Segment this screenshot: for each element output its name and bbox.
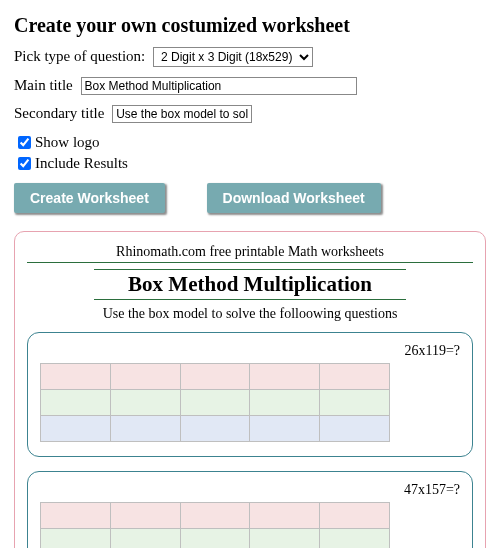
button-row: Create Worksheet Download Worksheet [14,183,486,213]
secondary-title-label: Secondary title [14,105,104,121]
question-type-select[interactable]: 2 Digit x 3 Digit (18x529) [153,47,313,67]
problem-card: 47x157=? [27,471,473,548]
problem-card: 26x119=? [27,332,473,457]
show-logo-row: Show logo [14,133,486,152]
show-logo-label: Show logo [35,134,100,151]
main-title-label: Main title [14,77,73,93]
worksheet-subtitle: Use the box model to solve the folloowin… [27,306,473,322]
page-title: Create your own costumized worksheet [14,14,486,37]
table-row [41,503,390,529]
create-worksheet-button[interactable]: Create Worksheet [14,183,165,213]
table-row [41,364,390,390]
worksheet-preview: Rhinomath.com free printable Math worksh… [14,231,486,548]
include-results-label: Include Results [35,155,128,172]
box-grid [40,502,390,548]
include-results-checkbox[interactable] [18,157,31,170]
question-type-label: Pick type of question: [14,48,145,64]
problem-prompt: 26x119=? [40,343,460,359]
secondary-title-row: Secondary title [14,105,486,123]
table-row [41,416,390,442]
include-results-row: Include Results [14,154,486,173]
download-worksheet-button[interactable]: Download Worksheet [207,183,381,213]
main-title-input[interactable] [81,77,357,95]
site-line: Rhinomath.com free printable Math worksh… [27,244,473,263]
main-title-row: Main title [14,77,486,95]
worksheet-title: Box Method Multiplication [94,269,406,300]
secondary-title-input[interactable] [112,105,252,123]
show-logo-checkbox[interactable] [18,136,31,149]
box-grid [40,363,390,442]
table-row [41,529,390,549]
problem-prompt: 47x157=? [40,482,460,498]
table-row [41,390,390,416]
question-type-row: Pick type of question: 2 Digit x 3 Digit… [14,47,486,67]
